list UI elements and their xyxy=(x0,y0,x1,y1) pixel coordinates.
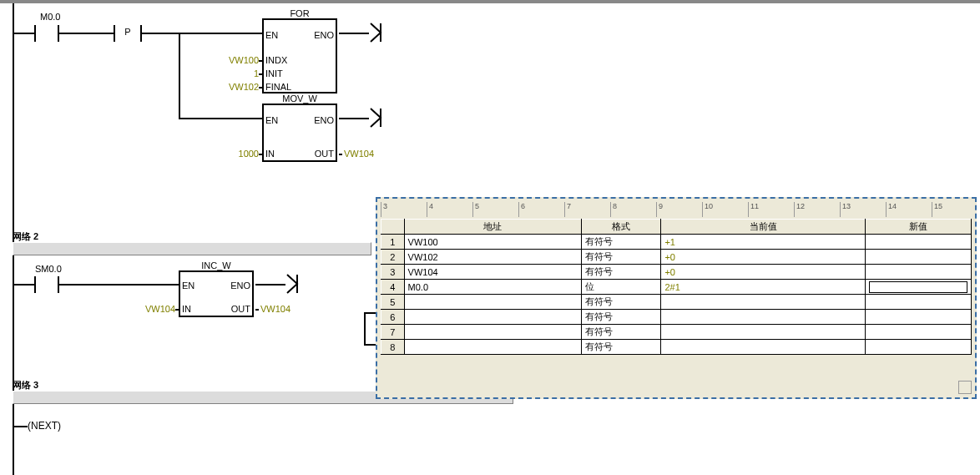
pin-en: EN xyxy=(265,115,278,125)
ruler: 3456789101112131415 xyxy=(381,202,972,217)
wire-vertical xyxy=(179,33,180,119)
row-num[interactable]: 2 xyxy=(381,250,405,265)
movw-out-val: VW104 xyxy=(344,149,374,159)
wire xyxy=(364,344,376,346)
cell-fmt[interactable]: 有符号 xyxy=(581,250,661,265)
cell-newval[interactable] xyxy=(865,265,971,280)
table-row[interactable]: 2VW102有符号+0 xyxy=(381,250,972,265)
cell-newval[interactable] xyxy=(865,295,971,310)
pin-in: IN xyxy=(182,304,191,314)
block-title: INC_W xyxy=(180,260,252,270)
pin-init: INIT xyxy=(265,68,283,78)
wire xyxy=(59,284,179,286)
wire xyxy=(255,284,285,286)
wire xyxy=(142,33,262,34)
block-for[interactable]: FOR EN ENO INDX INIT FINAL xyxy=(262,18,337,93)
row-num[interactable]: 3 xyxy=(381,265,405,280)
pin-indx: INDX xyxy=(265,55,287,65)
cell-val: +0 xyxy=(661,250,865,265)
wire xyxy=(339,118,369,119)
table-row[interactable]: 8有符号 xyxy=(381,340,972,355)
pin-stub xyxy=(175,309,179,311)
cell-newval[interactable] xyxy=(865,310,971,325)
cell-fmt[interactable]: 有符号 xyxy=(581,340,661,355)
cell-addr[interactable] xyxy=(404,310,581,325)
pin-eno: ENO xyxy=(230,280,250,291)
network3-title: 网络 3 xyxy=(13,379,38,392)
contact-sm00[interactable] xyxy=(34,276,59,293)
cell-addr[interactable]: VW102 xyxy=(404,250,581,265)
cell-newval[interactable] xyxy=(865,280,971,295)
row-num[interactable]: 6 xyxy=(381,310,405,325)
cell-newval[interactable] xyxy=(865,325,971,340)
row-num[interactable]: 7 xyxy=(381,325,405,340)
cell-fmt[interactable]: 有符号 xyxy=(581,265,661,280)
cell-addr[interactable] xyxy=(404,325,581,340)
cell-addr[interactable] xyxy=(404,295,581,310)
movw-in-val: 1000 xyxy=(237,149,259,159)
table-row[interactable]: 3VW104有符号+0 xyxy=(381,265,972,280)
col-newval[interactable]: 新值 xyxy=(865,220,971,235)
block-incw[interactable]: INC_W EN ENO IN OUT xyxy=(179,270,254,317)
table-row[interactable]: 5有符号 xyxy=(381,295,972,310)
row-num[interactable]: 1 xyxy=(381,235,405,250)
col-addr[interactable]: 地址 xyxy=(404,220,581,235)
network2-bar[interactable] xyxy=(13,242,371,255)
cell-fmt[interactable]: 位 xyxy=(581,280,661,295)
wire-vertical xyxy=(364,312,366,346)
col-fmt[interactable]: 格式 xyxy=(581,220,661,235)
row-num[interactable]: 8 xyxy=(381,340,405,355)
pin-stub xyxy=(259,60,262,62)
cell-newval[interactable] xyxy=(865,250,971,265)
coil-next[interactable]: (NEXT) xyxy=(28,420,61,432)
pin-en: EN xyxy=(182,280,194,291)
watch-table[interactable]: 地址 格式 当前值 新值 1VW100有符号+12VW102有符号+03VW10… xyxy=(381,219,972,355)
cell-addr[interactable]: M0.0 xyxy=(404,280,581,295)
incw-out-val: VW104 xyxy=(260,304,290,314)
cell-fmt[interactable]: 有符号 xyxy=(581,235,661,250)
edge-label: P xyxy=(124,27,130,37)
pin-eno: ENO xyxy=(314,115,334,125)
wire xyxy=(14,284,34,286)
block-title: FOR xyxy=(264,8,336,18)
pin-en: EN xyxy=(265,30,278,40)
pin-out: OUT xyxy=(315,149,334,159)
table-row[interactable]: 7有符号 xyxy=(381,325,972,340)
table-row[interactable]: 4M0.0位2#1 xyxy=(381,280,972,295)
cell-fmt[interactable]: 有符号 xyxy=(581,325,661,340)
scroll-corner xyxy=(958,381,972,394)
row-num[interactable]: 4 xyxy=(381,280,405,295)
cell-newval[interactable] xyxy=(865,235,971,250)
cell-newval[interactable] xyxy=(865,340,971,355)
cell-fmt[interactable]: 有符号 xyxy=(581,295,661,310)
wire xyxy=(364,312,376,314)
cell-addr[interactable] xyxy=(404,340,581,355)
cell-addr[interactable]: VW104 xyxy=(404,265,581,280)
network2-title: 网络 2 xyxy=(13,230,38,243)
table-row[interactable]: 1VW100有符号+1 xyxy=(381,235,972,250)
pin-eno: ENO xyxy=(314,30,334,40)
for-indx-in: VW100 xyxy=(229,55,259,65)
pin-stub xyxy=(259,154,262,155)
table-row[interactable]: 6有符号 xyxy=(381,310,972,325)
watch-panel[interactable]: 3456789101112131415 地址 格式 当前值 新值 1VW100有… xyxy=(376,197,977,399)
watch-header-row: 地址 格式 当前值 新值 xyxy=(381,220,972,235)
contact-label: SM0.0 xyxy=(35,264,62,274)
coil-label: NEXT xyxy=(31,420,58,432)
cell-val: +1 xyxy=(661,235,865,250)
pin-stub xyxy=(255,309,259,311)
not-connected-arrow xyxy=(369,107,389,129)
edge-positive: P xyxy=(118,23,138,43)
not-connected-arrow xyxy=(285,273,306,295)
contact-m00[interactable] xyxy=(34,25,59,42)
newval-edit[interactable] xyxy=(869,281,967,293)
wire xyxy=(179,118,262,119)
row-num[interactable]: 5 xyxy=(381,295,405,310)
cell-fmt[interactable]: 有符号 xyxy=(581,310,661,325)
pin-final: FINAL xyxy=(265,82,291,92)
cell-addr[interactable]: VW100 xyxy=(404,235,581,250)
block-movw[interactable]: MOV_W EN ENO IN OUT xyxy=(262,104,337,162)
col-val[interactable]: 当前值 xyxy=(661,220,865,235)
for-init-in: 1 xyxy=(250,68,259,78)
col-corner[interactable] xyxy=(381,220,405,235)
